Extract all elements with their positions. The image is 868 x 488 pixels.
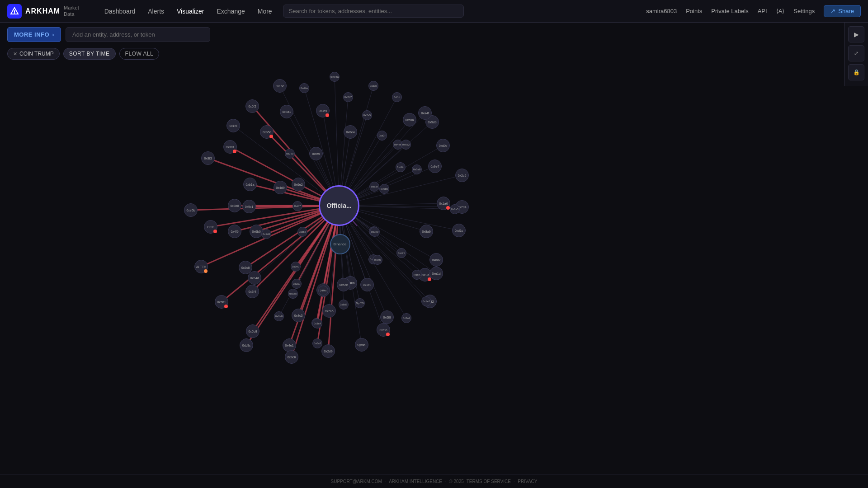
graph-node[interactable]: 0x8f3: [201, 151, 215, 165]
graph-node[interactable]: 0x6b2: [401, 140, 411, 150]
graph-node[interactable]: 0x2d9: [321, 344, 335, 358]
graph-node[interactable]: 0x0e4: [344, 125, 357, 139]
graph-node[interactable]: 0xe1d: [429, 267, 443, 280]
logo-area[interactable]: ARKHAM Market Data: [7, 4, 94, 19]
graph-node[interactable]: 0x2b7: [343, 92, 353, 102]
graph-node[interactable]: 0x8c6: [285, 350, 298, 364]
graph-node[interactable]: 0xa4f: [418, 106, 432, 120]
support-email[interactable]: SUPPORT@ARKM.COM: [331, 479, 382, 484]
graph-node[interactable]: 0x5a8: [412, 164, 422, 174]
graph-node[interactable]: 0xd1c: [452, 224, 466, 237]
graph-node[interactable]: 0x1e7: [421, 296, 431, 306]
graph-node[interactable]: 0xb5c: [260, 125, 274, 139]
graph-node[interactable]: 0x3c9: [316, 104, 330, 117]
nav-settings[interactable]: Settings: [793, 8, 815, 14]
graph-node[interactable]: 0xf1d: [392, 92, 402, 102]
graph-node[interactable]: 0x6b8: [246, 324, 259, 338]
graph-node[interactable]: 0x1a6: [437, 197, 450, 210]
graph-node[interactable]: 0x3f4: [245, 285, 259, 298]
nav-translate-icon[interactable]: ⟨A⟩: [776, 8, 785, 14]
graph-node[interactable]: 0x4d9: [274, 181, 287, 194]
graph-node[interactable]: 0xc7d: [396, 248, 406, 258]
graph-node[interactable]: 0xa5e: [297, 227, 307, 237]
nav-api[interactable]: API: [758, 8, 767, 14]
graph-node[interactable]: OCC: [204, 220, 217, 234]
graph-node[interactable]: 0xb9c: [240, 338, 253, 352]
graph-node[interactable]: 0x6d7: [429, 253, 443, 267]
graph-node[interactable]: 0x1c9: [360, 278, 374, 291]
graph-node[interactable]: 0x5a2: [401, 313, 411, 323]
graph-node[interactable]: 0x9e0: [291, 262, 301, 272]
expand-tool-button[interactable]: ⤢: [848, 45, 864, 61]
graph-node[interactable]: 0x1f8: [226, 119, 240, 132]
coin-trump-filter[interactable]: ✕ COIN TRUMP: [7, 48, 60, 60]
graph-node[interactable]: Officia...: [319, 185, 359, 226]
nav-private-labels[interactable]: Private Labels: [711, 8, 748, 14]
graph-node[interactable]: 0x9c1: [242, 200, 256, 213]
graph-node[interactable]: 0x9e7: [428, 160, 442, 173]
nav-user[interactable]: samira6803: [646, 8, 677, 14]
graph-node[interactable]: 0x7a6: [322, 304, 336, 318]
graph-node[interactable]: Binance: [330, 234, 350, 254]
graph-node[interactable]: Symb.: [355, 338, 368, 352]
graph-node[interactable]: 0x0f5: [373, 255, 382, 265]
graph-node[interactable]: 0x1d4: [261, 229, 271, 239]
graph-node[interactable]: 24Mx: [318, 286, 328, 296]
graph-node[interactable]: 0x0b5: [379, 184, 389, 194]
graph-node[interactable]: 0x8a1: [280, 105, 293, 118]
graph-node[interactable]: 0xc2e: [337, 278, 350, 291]
graph-node[interactable]: 0xf3b: [377, 323, 390, 337]
graph-node[interactable]: Trash.: [412, 270, 422, 280]
graph-node[interactable]: 0x3c4: [312, 319, 322, 328]
graph-node[interactable]: 0x3d1: [223, 140, 237, 154]
graph-node[interactable]: 0xa3b: [368, 81, 378, 91]
flow-all-button[interactable]: FLOW ALL: [119, 48, 160, 60]
graph-node[interactable]: Np TG: [355, 298, 365, 308]
privacy-link[interactable]: PRIVACY: [518, 479, 537, 484]
graph-node[interactable]: 0x0a7: [312, 338, 322, 348]
more-info-button[interactable]: MORE INFO ›: [7, 27, 61, 42]
graph-node[interactable]: 0x2a3: [292, 279, 302, 289]
graph-node[interactable]: 0x2c5: [455, 169, 469, 182]
graph-node[interactable]: 0x8d5: [339, 300, 349, 310]
nav-dashboard[interactable]: Dashboard: [104, 8, 136, 15]
address-input[interactable]: [66, 27, 210, 42]
graph-node[interactable]: 0x8a9: [420, 225, 433, 238]
graph-node[interactable]: 0x2f7: [292, 201, 302, 211]
sort-by-time-button[interactable]: SORT BY TIME: [63, 48, 116, 60]
graph-node[interactable]: 0x1bc: [273, 79, 287, 93]
graph-node[interactable]: 0x4f6: [228, 225, 241, 238]
graph-node[interactable]: 0xd4e: [299, 83, 309, 93]
graph-node[interactable]: 0x5f2: [245, 99, 259, 113]
graph-node[interactable]: 0x3a5: [450, 204, 460, 214]
graph-node[interactable]: 0xd6b: [396, 162, 406, 172]
graph-node[interactable]: 0x6e2: [292, 178, 305, 191]
graph-node[interactable]: 0xb1a: [243, 178, 257, 191]
terms-link[interactable]: TERMS OF SERVICE: [467, 479, 511, 484]
graph-node[interactable]: 0x4c3: [292, 309, 305, 322]
graph-node[interactable]: 0x6f8: [380, 310, 394, 324]
graph-node[interactable]: 0xfe4a: [330, 72, 340, 82]
graph-node[interactable]: 0xc3f: [369, 182, 379, 192]
graph-node[interactable]: 0x7e5: [362, 110, 372, 120]
nav-alerts[interactable]: Alerts: [148, 8, 164, 15]
nav-exchange[interactable]: Exchange: [217, 8, 245, 15]
graph-node[interactable]: 0xd0c: [436, 139, 450, 152]
graph-node[interactable]: AI TTH: [194, 260, 208, 273]
share-button[interactable]: ↗ Share: [824, 5, 861, 17]
nav-more[interactable]: More: [258, 8, 272, 15]
graph-node[interactable]: 0xe5b: [184, 203, 198, 217]
global-search-input[interactable]: [283, 5, 464, 18]
graph-node[interactable]: 0x5b1: [215, 295, 228, 309]
nav-visualizer[interactable]: Visualizer: [177, 8, 204, 15]
graph-node[interactable]: 0x3b8: [228, 199, 241, 212]
graph-node[interactable]: 0x7c0: [285, 149, 295, 159]
graph-node[interactable]: 0xa8c: [288, 289, 298, 299]
graph-node[interactable]: 0xc8a: [403, 113, 416, 127]
graph-node[interactable]: 0xa2f: [377, 131, 387, 141]
lock-tool-button[interactable]: 🔒: [848, 64, 864, 80]
graph-node[interactable]: 0xb4d: [248, 271, 261, 285]
graph-node[interactable]: 0xfe9: [309, 147, 323, 160]
nav-points[interactable]: Points: [686, 8, 702, 14]
graph-node[interactable]: 0x2e8: [274, 311, 284, 321]
